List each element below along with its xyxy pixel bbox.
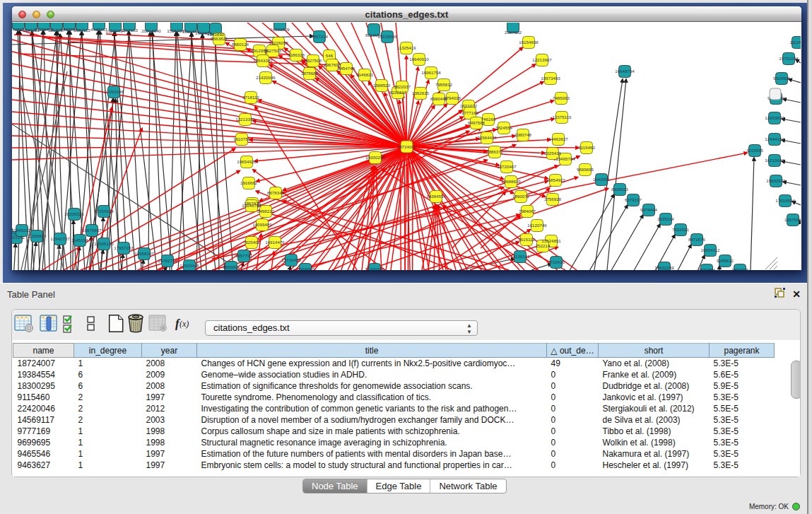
svg-text:7984067: 7984067 xyxy=(519,209,536,214)
svg-text:12923445: 12923445 xyxy=(180,263,199,268)
svg-text:3917183: 3917183 xyxy=(121,28,139,33)
svg-text:12213967: 12213967 xyxy=(532,57,552,62)
svg-text:19654925: 19654925 xyxy=(237,159,257,164)
svg-text:9146821: 9146821 xyxy=(356,72,374,77)
svg-text:14463627: 14463627 xyxy=(548,136,568,141)
svg-text:13495784: 13495784 xyxy=(555,156,575,161)
svg-text:8678342: 8678342 xyxy=(267,190,285,195)
svg-text:3498222: 3498222 xyxy=(257,209,275,214)
svg-text:9115460: 9115460 xyxy=(578,145,595,150)
svg-text:1645001: 1645001 xyxy=(13,228,31,233)
svg-text:1615112: 1615112 xyxy=(518,237,535,242)
svg-text:8938923: 8938923 xyxy=(611,187,629,192)
svg-text:1145194: 1145194 xyxy=(71,238,88,243)
svg-text:3875685: 3875685 xyxy=(301,71,319,76)
svg-text:17016504: 17016504 xyxy=(775,198,795,203)
svg-text:1640951: 1640951 xyxy=(593,177,611,182)
svg-text:11156829: 11156829 xyxy=(28,233,47,238)
svg-text:7485063: 7485063 xyxy=(553,95,570,100)
svg-text:16782759: 16782759 xyxy=(158,258,177,263)
svg-text:1080748: 1080748 xyxy=(514,132,532,137)
svg-text:16648794: 16648794 xyxy=(615,69,635,74)
svg-text:20206526: 20206526 xyxy=(64,211,84,216)
svg-text:7663822: 7663822 xyxy=(211,36,228,41)
svg-text:20364436: 20364436 xyxy=(477,135,497,140)
svg-text:7886372: 7886372 xyxy=(486,149,504,154)
svg-text:21420046: 21420046 xyxy=(256,75,276,80)
svg-text:10543382: 10543382 xyxy=(253,58,273,63)
svg-text:1733416: 1733416 xyxy=(548,259,565,264)
svg-text:15716485: 15716485 xyxy=(281,257,301,262)
svg-text:2935114: 2935114 xyxy=(657,216,674,221)
svg-text:8454749: 8454749 xyxy=(338,66,355,71)
svg-text:17956909: 17956909 xyxy=(295,267,315,270)
svg-text:15692971: 15692971 xyxy=(766,178,786,183)
svg-text:6794028: 6794028 xyxy=(444,95,461,100)
svg-text:3215955: 3215955 xyxy=(746,148,764,153)
svg-text:16961758: 16961758 xyxy=(421,70,441,75)
svg-text:2025438: 2025438 xyxy=(544,151,562,156)
svg-text:10973493: 10973493 xyxy=(541,76,560,81)
svg-text:252214: 252214 xyxy=(536,243,551,248)
svg-text:19384554: 19384554 xyxy=(426,194,446,199)
svg-text:6379197: 6379197 xyxy=(625,197,642,202)
svg-text:7671884: 7671884 xyxy=(698,267,716,270)
svg-text:16854923: 16854923 xyxy=(546,177,565,182)
svg-text:20813640: 20813640 xyxy=(141,28,161,33)
svg-text:53226058: 53226058 xyxy=(269,40,288,45)
svg-text:7625402: 7625402 xyxy=(243,240,261,245)
svg-text:9474444: 9474444 xyxy=(640,207,658,212)
svg-text:18724007: 18724007 xyxy=(397,144,417,149)
svg-text:7955812: 7955812 xyxy=(435,82,453,87)
svg-text:5682115: 5682115 xyxy=(73,28,90,33)
svg-text:10975867: 10975867 xyxy=(82,228,102,233)
svg-text:9245612: 9245612 xyxy=(717,258,734,263)
svg-text:16033809: 16033809 xyxy=(270,27,290,32)
svg-text:18300295: 18300295 xyxy=(365,155,385,160)
svg-text:1362615: 1362615 xyxy=(412,90,430,95)
svg-text:9329906: 9329906 xyxy=(773,76,791,81)
svg-text:14136141: 14136141 xyxy=(510,254,530,259)
svg-text:16640910: 16640910 xyxy=(409,57,429,62)
svg-text:3822037: 3822037 xyxy=(394,84,411,89)
svg-text:546: 546 xyxy=(326,53,334,58)
svg-text:1890399: 1890399 xyxy=(731,267,749,270)
svg-text:12505135: 12505135 xyxy=(94,241,114,246)
svg-text:1890072: 1890072 xyxy=(512,194,530,199)
svg-text:(x): (x) xyxy=(180,319,189,329)
svg-text:13524851: 13524851 xyxy=(541,238,561,243)
svg-text:16914479: 16914479 xyxy=(265,240,285,245)
svg-text:3824554: 3824554 xyxy=(495,125,513,130)
svg-text:15751074: 15751074 xyxy=(779,56,799,61)
svg-text:19832259: 19832259 xyxy=(654,265,674,270)
svg-text:8186328: 8186328 xyxy=(288,52,305,57)
svg-text:1112480: 1112480 xyxy=(789,40,801,45)
svg-text:1588520: 1588520 xyxy=(373,83,391,88)
svg-text:12093872: 12093872 xyxy=(765,115,784,120)
svg-text:8660124: 8660124 xyxy=(232,42,249,47)
svg-text:9457791: 9457791 xyxy=(235,253,253,258)
svg-text:9777169: 9777169 xyxy=(461,110,479,115)
svg-text:1621072: 1621072 xyxy=(460,103,478,108)
svg-text:9327508: 9327508 xyxy=(305,58,322,63)
svg-text:2087682: 2087682 xyxy=(505,30,522,35)
svg-text:11325419: 11325419 xyxy=(396,45,416,50)
svg-text:17359934: 17359934 xyxy=(94,209,114,214)
svg-text:21053346: 21053346 xyxy=(104,89,124,94)
svg-text:1610755: 1610755 xyxy=(233,136,251,141)
svg-text:16120746: 16120746 xyxy=(527,223,547,228)
svg-text:3915141: 3915141 xyxy=(12,235,25,240)
svg-text:10654112: 10654112 xyxy=(700,247,720,252)
svg-text:10688639: 10688639 xyxy=(501,179,521,184)
svg-text:7632621: 7632621 xyxy=(672,227,690,232)
svg-text:8220317: 8220317 xyxy=(389,90,407,95)
svg-text:10958107: 10958107 xyxy=(134,251,154,256)
svg-text:15720407: 15720407 xyxy=(497,164,517,169)
svg-text:9327503: 9327503 xyxy=(264,48,282,53)
svg-text:12213352: 12213352 xyxy=(235,117,255,122)
svg-text:1916682: 1916682 xyxy=(240,180,258,185)
svg-text:8471676: 8471676 xyxy=(688,237,706,242)
svg-text:16210643: 16210643 xyxy=(765,158,784,163)
svg-text:19218506: 19218506 xyxy=(377,34,397,39)
svg-text:17957253: 17957253 xyxy=(114,245,134,250)
